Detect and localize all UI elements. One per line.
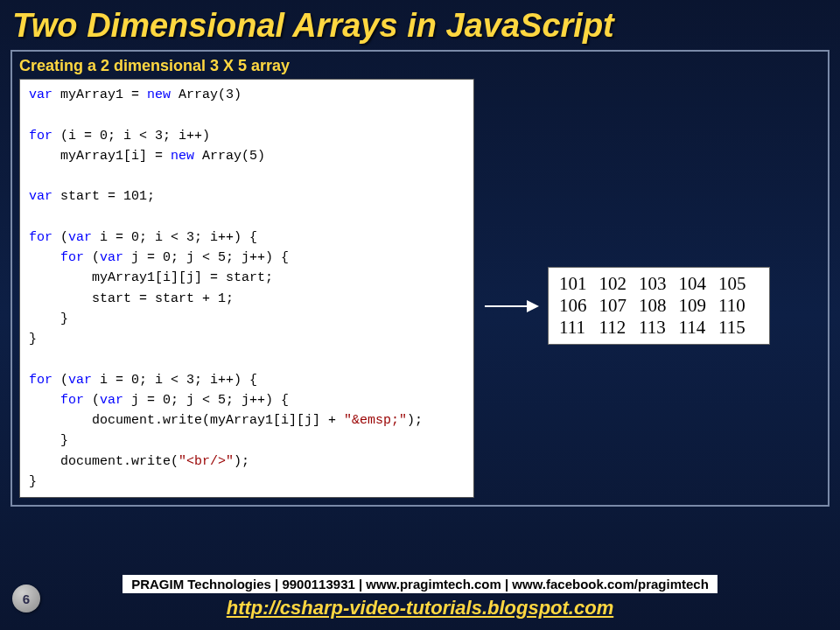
table-cell: 102 [599,273,640,295]
table-cell: 115 [718,317,759,339]
code-line: myArray1[i][j] = start; [29,268,466,288]
code-line: } [29,472,466,492]
table-row: 111112113114115 [559,317,759,339]
footer: PRAGIM Technologies | 9900113931 | www.p… [0,575,840,620]
table-cell: 114 [679,317,719,339]
table-cell: 105 [718,273,759,295]
table-cell: 109 [679,295,719,317]
table-cell: 104 [679,273,719,295]
table-cell: 112 [599,317,640,339]
code-line: document.write("<br/>"); [29,452,466,472]
code-line [29,105,466,125]
footer-link[interactable]: http://csharp-video-tutorials.blogspot.c… [227,597,613,620]
arrow-icon [485,305,537,307]
table-cell: 111 [559,317,599,339]
body-row: var myArray1 = new Array(3) for (i = 0; … [19,79,821,498]
footer-credits: PRAGIM Technologies | 9900113931 | www.p… [122,575,718,593]
code-line: } [29,430,466,451]
code-line: for (var j = 0; j < 5; j++) { [29,248,466,268]
table-cell: 108 [639,295,679,317]
table-cell: 110 [718,295,759,317]
code-line [29,207,466,228]
code-line: myArray1[i] = new Array(5) [29,146,466,166]
code-line: document.write(myArray1[i][j] + "&emsp;"… [29,410,466,430]
content-frame: Creating a 2 dimensional 3 X 5 array var… [10,50,830,507]
arrow-column [485,114,537,498]
code-line: for (var i = 0; i < 3; i++) { [29,228,466,248]
code-line: start = start + 1; [29,289,466,309]
table-cell: 106 [559,295,599,317]
code-line: for (i = 0; i < 3; i++) [29,126,466,146]
table-row: 101102103104105 [559,273,759,295]
code-line: for (var i = 0; i < 3; i++) { [29,370,466,390]
slide-title: Two Dimensional Arrays in JavaScript [0,0,840,50]
code-line: for (var j = 0; j < 5; j++) { [29,390,466,410]
output-column: 1011021031041051061071081091101111121131… [548,114,770,498]
section-caption: Creating a 2 dimensional 3 X 5 array [19,57,821,75]
code-line [29,166,466,186]
output-box: 1011021031041051061071081091101111121131… [548,267,770,345]
code-line: } [29,309,466,329]
code-line [29,349,466,369]
table-cell: 103 [639,273,679,295]
code-line: var start = 101; [29,186,466,206]
code-line: } [29,329,466,349]
table-cell: 113 [639,317,679,339]
code-box: var myArray1 = new Array(3) for (i = 0; … [19,79,474,498]
code-line: var myArray1 = new Array(3) [29,85,466,105]
output-table: 1011021031041051061071081091101111121131… [559,273,759,339]
table-cell: 101 [559,273,599,295]
table-cell: 107 [599,295,640,317]
table-row: 106107108109110 [559,295,759,317]
